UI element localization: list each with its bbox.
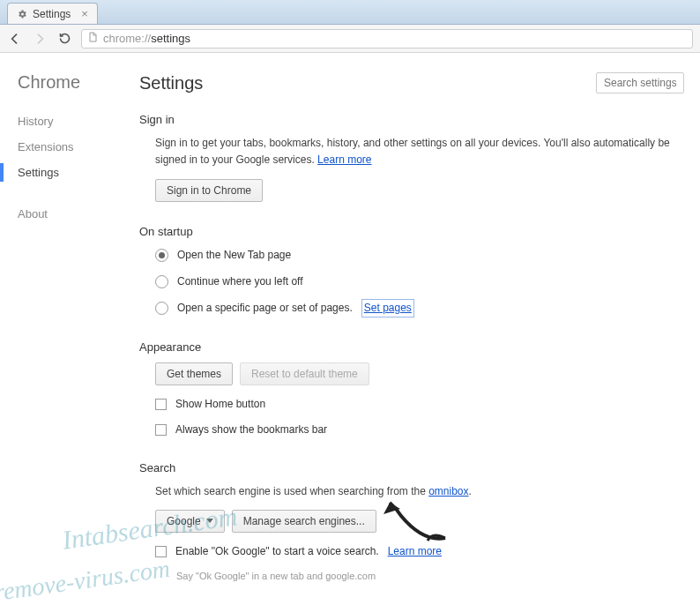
page-title: Settings xyxy=(139,73,203,93)
main-panel: Settings Sign in Sign in to get your tab… xyxy=(123,53,700,605)
section-startup: On startup Open the New Tab page Continu… xyxy=(139,225,684,317)
search-desc: Set which search engine is used when sea… xyxy=(155,485,428,497)
section-signin: Sign in Sign in to get your tabs, bookma… xyxy=(139,113,684,202)
search-engine-value: Google xyxy=(167,515,201,527)
gear-icon xyxy=(17,9,27,19)
radio-newtab-label: Open the New Tab page xyxy=(177,247,291,264)
checkbox-home[interactable] xyxy=(155,399,167,410)
tab-title: Settings xyxy=(33,8,71,20)
radio-specific[interactable] xyxy=(155,302,168,315)
close-icon[interactable]: × xyxy=(81,7,88,20)
search-settings-input[interactable] xyxy=(596,72,684,93)
sidebar-item-settings[interactable]: Settings xyxy=(18,160,123,185)
reload-button[interactable] xyxy=(56,31,72,47)
appearance-title: Appearance xyxy=(139,340,684,354)
okgoogle-learn-link[interactable]: Learn more xyxy=(388,543,442,560)
page-icon xyxy=(87,31,98,46)
omnibox-link[interactable]: omnibox xyxy=(428,485,468,497)
manage-engines-button[interactable]: Manage search engines... xyxy=(232,510,376,533)
chevron-down-icon xyxy=(206,519,213,523)
checkbox-home-label: Show Home button xyxy=(175,396,265,413)
checkbox-bookmarks[interactable] xyxy=(155,424,167,436)
sidebar-item-extensions[interactable]: Extensions xyxy=(18,134,123,160)
sidebar-item-history[interactable]: History xyxy=(18,108,123,134)
checkbox-okgoogle[interactable] xyxy=(155,546,167,557)
radio-continue-label: Continue where you left off xyxy=(177,273,303,290)
set-pages-link[interactable]: Set pages xyxy=(361,299,414,317)
sidebar-item-about[interactable]: About xyxy=(18,201,123,227)
checkbox-bookmarks-label: Always show the bookmarks bar xyxy=(175,422,327,438)
radio-continue[interactable] xyxy=(155,275,168,288)
signin-button[interactable]: Sign in to Chrome xyxy=(155,179,263,202)
section-search: Search Set which search engine is used w… xyxy=(139,461,684,584)
url-scheme: chrome:// xyxy=(103,32,151,45)
content: Chrome History Extensions Settings About… xyxy=(0,53,700,605)
radio-newtab[interactable] xyxy=(155,249,168,262)
signin-learn-more-link[interactable]: Learn more xyxy=(317,153,371,166)
back-button[interactable] xyxy=(7,31,23,47)
section-appearance: Appearance Get themes Reset to default t… xyxy=(139,340,684,438)
sidebar-brand: Chrome xyxy=(18,72,123,93)
get-themes-button[interactable]: Get themes xyxy=(155,362,233,385)
okgoogle-subtext: Say "Ok Google" in a new tab and google.… xyxy=(176,569,684,585)
search-engine-dropdown[interactable]: Google xyxy=(155,510,225,533)
url-path: settings xyxy=(151,32,190,45)
reset-theme-button[interactable]: Reset to default theme xyxy=(240,362,369,385)
search-title: Search xyxy=(139,461,684,474)
signin-desc: Sign in to get your tabs, bookmarks, his… xyxy=(155,137,670,166)
address-bar[interactable]: chrome://settings xyxy=(81,29,693,49)
startup-title: On startup xyxy=(139,225,684,238)
forward-button[interactable] xyxy=(32,31,48,47)
radio-specific-label: Open a specific page or set of pages. xyxy=(177,300,353,317)
browser-tab[interactable]: Settings × xyxy=(7,3,98,24)
tab-bar: Settings × xyxy=(0,0,700,25)
toolbar: chrome://settings xyxy=(0,25,700,53)
signin-title: Sign in xyxy=(139,113,684,126)
sidebar: Chrome History Extensions Settings About xyxy=(0,53,123,605)
checkbox-okgoogle-label: Enable "Ok Google" to start a voice sear… xyxy=(175,543,379,560)
